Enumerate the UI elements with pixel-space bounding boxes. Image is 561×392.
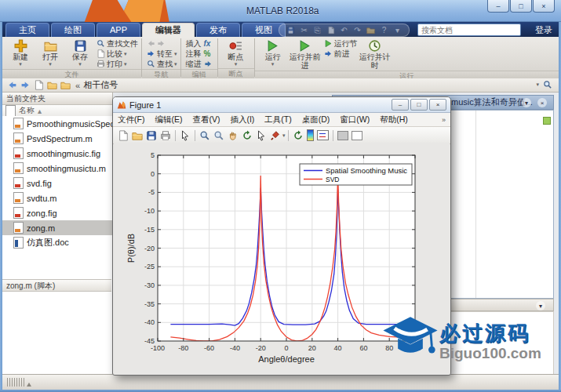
- goto-button[interactable]: 转至▾: [147, 49, 177, 59]
- print-button[interactable]: 打印▾: [97, 59, 138, 69]
- figure-menu-item[interactable]: 桌面(D): [302, 114, 330, 125]
- zoom-in-icon[interactable]: [199, 130, 210, 141]
- breakpoints-button[interactable]: 断点▾: [221, 38, 251, 67]
- insert-button[interactable]: 插入 fx: [186, 38, 214, 49]
- print-figure-icon[interactable]: [160, 130, 171, 141]
- file-row[interactable]: 仿真图.doc: [2, 235, 112, 250]
- save-figure-icon[interactable]: [146, 130, 157, 141]
- switch-window-icon[interactable]: [366, 25, 376, 35]
- figure-menu-item[interactable]: 查看(V): [192, 114, 220, 125]
- run-advance-button[interactable]: 运行并前进: [288, 38, 322, 71]
- insert-legend-icon[interactable]: [317, 130, 329, 140]
- compare-button[interactable]: 比较▾: [97, 49, 138, 59]
- y-tick-label: -45: [144, 337, 155, 345]
- copy-icon[interactable]: ⎘: [312, 25, 322, 35]
- figure-logo-icon: [117, 100, 126, 110]
- tab-编辑器[interactable]: 编辑器: [142, 23, 195, 37]
- file-row[interactable]: PsmoothingmusicSpectr: [2, 116, 112, 131]
- close-button[interactable]: ×: [533, 0, 555, 13]
- quickbar-dropdown-icon[interactable]: ▾: [392, 25, 403, 35]
- forward-icon[interactable]: [20, 80, 31, 90]
- run-button[interactable]: 运行▾: [258, 38, 288, 67]
- zoom-out-icon[interactable]: [213, 130, 224, 141]
- matlab-titlebar[interactable]: MATLAB R2018a – □ ×: [0, 0, 561, 22]
- figure-menu-item[interactable]: 插入(I): [230, 114, 254, 125]
- tab-主页[interactable]: 主页: [5, 23, 49, 37]
- doc-search[interactable]: [417, 24, 521, 36]
- back-icon[interactable]: [147, 39, 155, 48]
- maximize-button[interactable]: □: [510, 0, 532, 13]
- run-section-button[interactable]: 运行节: [324, 38, 358, 49]
- tab-发布[interactable]: 发布: [196, 23, 240, 37]
- tab-APP[interactable]: APP: [97, 23, 140, 37]
- details-header[interactable]: zong.m (脚本): [2, 279, 111, 292]
- paste-icon[interactable]: [326, 25, 336, 35]
- brush-dropdown-icon[interactable]: ▾: [282, 133, 286, 138]
- redo-icon[interactable]: ↷: [352, 25, 362, 35]
- open-file-icon[interactable]: [132, 130, 143, 141]
- file-row[interactable]: smoothingmusictu.m: [2, 161, 112, 176]
- file-row[interactable]: svdtu.m: [2, 191, 112, 205]
- status-resize-grip[interactable]: [7, 378, 24, 387]
- minimize-button[interactable]: –: [487, 0, 509, 13]
- figure-maximize-button[interactable]: □: [410, 99, 428, 111]
- data-cursor-icon[interactable]: [256, 130, 267, 141]
- find-files-button[interactable]: 查找文件: [97, 38, 138, 49]
- editor-menu-icon[interactable]: ▾: [522, 98, 531, 107]
- search-dropdown-icon[interactable]: ▾: [536, 82, 539, 87]
- login-button[interactable]: 登录: [535, 24, 552, 36]
- current-folder-header[interactable]: 当前文件夹: [2, 93, 112, 105]
- file-row[interactable]: zong.m: [2, 220, 112, 235]
- edit-plot-icon[interactable]: [180, 130, 191, 141]
- show-plot-tools-icon[interactable]: [352, 131, 362, 140]
- advance-button[interactable]: 前进: [324, 49, 358, 59]
- menu-overflow-icon[interactable]: »: [442, 116, 446, 124]
- save-button[interactable]: 保存▾: [65, 38, 95, 67]
- forward-icon[interactable]: [157, 39, 166, 48]
- brush-icon[interactable]: [270, 130, 281, 141]
- back-icon[interactable]: [7, 80, 17, 90]
- up-folder-icon[interactable]: [34, 80, 44, 90]
- pan-icon[interactable]: [228, 130, 239, 141]
- new-figure-icon[interactable]: [118, 130, 129, 141]
- doc-search-input[interactable]: [418, 26, 528, 34]
- save-icon[interactable]: [286, 25, 296, 35]
- figure-menu-item[interactable]: 工具(T): [264, 114, 291, 125]
- hide-plot-tools-icon[interactable]: [337, 131, 348, 140]
- tab-绘图[interactable]: 绘图: [51, 23, 95, 37]
- figure-close-button[interactable]: ×: [429, 99, 446, 111]
- indent-button[interactable]: 缩进: [186, 59, 214, 69]
- figure-menu-item[interactable]: 窗口(W): [340, 114, 370, 125]
- comment-button[interactable]: 注释 %: [186, 49, 214, 59]
- panel-expand-icon[interactable]: ▾: [536, 301, 545, 310]
- figure-titlebar[interactable]: Figure 1 – □ ×: [113, 97, 450, 113]
- status-bar: [2, 374, 559, 390]
- file-column-icon: [5, 105, 16, 117]
- browse-folder-icon[interactable]: [47, 80, 57, 90]
- breadcrumb-path[interactable]: 相干信号: [83, 79, 118, 91]
- file-row[interactable]: PsvdSpectrum.m: [2, 131, 112, 146]
- cut-icon[interactable]: ✂: [299, 25, 309, 35]
- new-button[interactable]: 新建▾: [5, 38, 35, 67]
- run-time-button[interactable]: 运行并计时: [358, 38, 392, 71]
- figure-menu-item[interactable]: 文件(F): [118, 114, 144, 125]
- figure-canvas[interactable]: -100-80-60-40-20020406080100-45-40-35-30…: [114, 143, 450, 373]
- open-button[interactable]: 打开▾: [35, 38, 65, 67]
- file-row[interactable]: smoothingmusic.fig: [2, 146, 112, 161]
- rotate-3d-icon[interactable]: [242, 130, 253, 141]
- plot-axes[interactable]: -100-80-60-40-20020406080100-45-40-35-30…: [114, 143, 450, 373]
- editor-close-icon[interactable]: ×: [537, 98, 547, 107]
- figure-minimize-button[interactable]: –: [392, 99, 409, 111]
- file-row[interactable]: svd.fig: [2, 176, 112, 191]
- search-folder-icon[interactable]: [543, 80, 552, 89]
- link-plot-icon[interactable]: [293, 130, 304, 141]
- figure-window[interactable]: Figure 1 – □ × 文件(F)编辑(E)查看(V)插入(I)工具(T)…: [112, 96, 451, 376]
- find-button[interactable]: 查找▾: [147, 59, 177, 69]
- undo-icon[interactable]: ↶: [339, 25, 349, 35]
- figure-menu-item[interactable]: 编辑(E): [155, 114, 182, 125]
- file-row[interactable]: zong.fig: [2, 205, 112, 220]
- name-column-header[interactable]: 名称 ▴: [2, 105, 112, 117]
- figure-menu-item[interactable]: 帮助(H): [380, 114, 408, 125]
- help-icon[interactable]: ?: [379, 25, 389, 35]
- insert-colorbar-icon[interactable]: [307, 129, 314, 141]
